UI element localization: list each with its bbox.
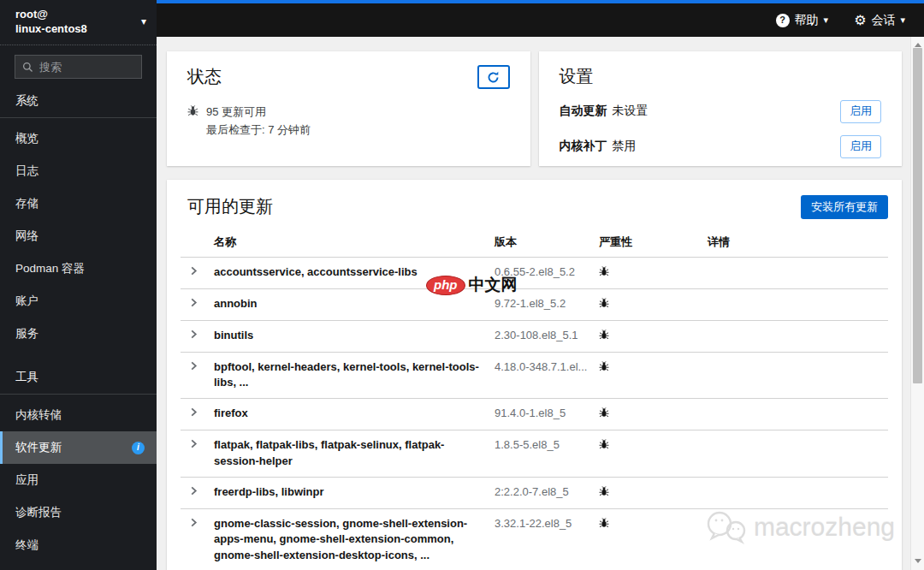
app-window: root@ linux-centos8 ▾ 系统 概览 i 日志 i 存储 i … <box>0 0 924 570</box>
sidebar-item-storage[interactable]: 存储 i <box>0 187 157 220</box>
host-switcher[interactable]: root@ linux-centos8 ▾ <box>0 0 157 45</box>
update-version: 2.30-108.el8_5.1 <box>495 321 599 351</box>
sidebar-item-kdump[interactable]: 内核转储 i <box>0 399 157 431</box>
bug-icon <box>599 321 708 352</box>
update-name: firefox <box>214 399 495 429</box>
bug-icon <box>599 353 708 383</box>
bug-icon <box>599 399 708 430</box>
setting-row: 内核补丁 禁用 启用 <box>560 134 882 158</box>
table-row: binutils 2.30-108.el8_5.1 <box>181 321 888 353</box>
update-version: 9.72-1.el8_5.2 <box>495 289 599 319</box>
masthead: ? 帮助 ▾ ⚙ 会话 ▾ <box>157 0 924 37</box>
expand-row-button[interactable] <box>189 518 198 527</box>
status-card-title: 状态 <box>187 65 222 88</box>
help-label: 帮助 <box>795 13 819 28</box>
setting-value: 未设置 <box>613 104 649 119</box>
sidebar-item-accounts[interactable]: 账户 i <box>0 285 157 318</box>
update-version: 0.6.55-2.el8_5.2 <box>495 258 599 288</box>
install-all-updates-button[interactable]: 安装所有更新 <box>801 195 888 219</box>
expand-row-button[interactable] <box>189 330 198 339</box>
enable-button[interactable]: 启用 <box>840 135 881 158</box>
sidebar-search[interactable] <box>15 55 142 79</box>
bug-icon <box>599 430 708 461</box>
table-row: bpftool, kernel-headers, kernel-tools, k… <box>181 353 888 400</box>
scrollbar-thumb[interactable] <box>913 48 922 383</box>
nav-section-header: 系统 <box>0 86 157 118</box>
sidebar-item-overview[interactable]: 概览 i <box>0 122 157 155</box>
table-row: annobin 9.72-1.el8_5.2 <box>181 289 888 321</box>
chevron-down-icon: ▾ <box>141 15 146 27</box>
sidebar-item-reports[interactable]: 诊断报告 i <box>0 496 157 529</box>
sidebar-item-terminal[interactable]: 终端 i <box>0 529 157 561</box>
table-row: flatpak, flatpak-libs, flatpak-selinux, … <box>181 430 888 478</box>
sidebar-item-network[interactable]: 网络 i <box>0 220 157 252</box>
expand-row-button[interactable] <box>189 298 198 307</box>
refresh-button[interactable] <box>477 65 510 89</box>
table-row: gnome-classic-session, gnome-shell-exten… <box>181 509 888 570</box>
sidebar-item-podman[interactable]: Podman 容器 i <box>0 252 157 285</box>
update-details <box>708 430 888 444</box>
table-row: firefox 91.4.0-1.el8_5 <box>181 399 888 430</box>
expand-row-button[interactable] <box>189 486 198 496</box>
scrollbar[interactable] <box>910 37 924 570</box>
update-details <box>708 258 888 271</box>
setting-label: 内核补丁 <box>560 139 613 154</box>
search-input[interactable] <box>39 61 190 74</box>
scroll-down-arrow-icon[interactable] <box>911 555 924 567</box>
update-name: accountsservice, accountsservice-libs <box>214 258 495 288</box>
settings-card-title: 设置 <box>560 65 882 88</box>
sidebar-item-apps[interactable]: 应用 i <box>0 464 157 496</box>
sidebar-item-services[interactable]: 服务 i <box>0 318 157 350</box>
bug-icon <box>599 258 708 288</box>
enable-button[interactable]: 启用 <box>840 100 881 123</box>
update-name: flatpak, flatpak-libs, flatpak-selinux, … <box>214 430 495 477</box>
chevron-down-icon: ▾ <box>824 15 829 26</box>
sidebar-item-logs[interactable]: 日志 i <box>0 155 157 187</box>
sidebar: root@ linux-centos8 ▾ 系统 概览 i 日志 i 存储 i … <box>0 0 157 570</box>
nav-section-header: 工具 <box>0 362 157 395</box>
setting-row: 自动更新 未设置 启用 <box>560 99 882 123</box>
table-row: accountsservice, accountsservice-libs 0.… <box>181 258 888 289</box>
update-name: gnome-classic-session, gnome-shell-exten… <box>214 509 495 570</box>
bug-icon <box>187 103 198 139</box>
nav-section: 系统 概览 i 日志 i 存储 i 网络 i Podman 容器 i 账户 i … <box>0 86 157 350</box>
update-details <box>708 321 888 335</box>
update-name: binutils <box>214 321 495 351</box>
search-icon <box>22 62 33 73</box>
updates-table: 名称 版本 严重性 详情 accountsservice, accountsse… <box>181 229 888 570</box>
expand-row-button[interactable] <box>189 266 198 276</box>
expand-row-button[interactable] <box>189 439 198 448</box>
expand-row-button[interactable] <box>189 361 198 371</box>
updates-card-title: 可用的更新 <box>187 195 273 218</box>
session-label: 会话 <box>871 13 895 28</box>
column-details: 详情 <box>708 229 888 257</box>
expand-row-button[interactable] <box>189 407 198 417</box>
setting-value: 禁用 <box>613 139 637 154</box>
chevron-down-icon: ▾ <box>900 15 905 26</box>
host-user: root@ <box>15 7 141 21</box>
column-name: 名称 <box>214 229 495 257</box>
setting-label: 自动更新 <box>560 104 613 119</box>
update-version: 1.8.5-5.el8_5 <box>495 430 599 460</box>
update-details <box>708 289 888 303</box>
gear-icon: ⚙ <box>854 14 866 27</box>
sidebar-item-updates[interactable]: 软件更新 i <box>0 431 157 464</box>
table-row: freerdp-libs, libwinpr 2:2.2.0-7.el8_5 <box>181 478 888 509</box>
update-version: 3.32.1-22.el8_5 <box>495 509 599 539</box>
main-content: 状态 95 更新可用 最后检查于: 7 分钟前 <box>157 37 910 570</box>
help-menu[interactable]: ? 帮助 ▾ <box>776 13 829 28</box>
session-menu[interactable]: ⚙ 会话 ▾ <box>854 13 905 28</box>
update-name: freerdp-libs, libwinpr <box>214 478 495 508</box>
update-name: annobin <box>214 289 495 319</box>
update-details <box>708 399 888 413</box>
sidebar-item-selinux[interactable]: SELinux i <box>0 561 157 570</box>
update-details <box>708 478 888 491</box>
host-name: linux-centos8 <box>15 21 141 36</box>
column-version: 版本 <box>495 229 599 257</box>
settings-card: 设置 自动更新 未设置 启用 内核补丁 禁用 启用 <box>539 51 903 166</box>
status-card: 状态 95 更新可用 最后检查于: 7 分钟前 <box>167 51 530 166</box>
updates-table-header: 名称 版本 严重性 详情 <box>181 229 888 258</box>
update-version: 4.18.0-348.7.1.el... <box>495 353 599 383</box>
column-severity: 严重性 <box>599 229 708 257</box>
nav-section: 工具 内核转储 i 软件更新 i 应用 i 诊断报告 i 终端 i SELinu… <box>0 362 157 570</box>
